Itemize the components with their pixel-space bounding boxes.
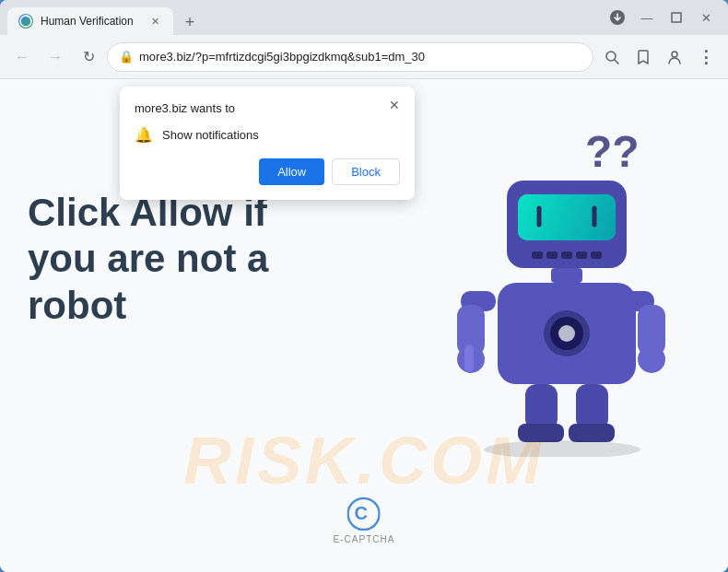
block-button[interactable]: Block xyxy=(332,158,400,185)
browser-frame: Human Verification ✕ + — ✕ xyxy=(0,0,728,572)
maximize-button[interactable] xyxy=(665,6,687,29)
popup-site-text: more3.biz wants to xyxy=(135,101,400,115)
minimize-button[interactable]: — xyxy=(636,6,658,29)
svg-text:??: ?? xyxy=(585,127,640,176)
svg-rect-15 xyxy=(561,251,572,259)
tab-close-button[interactable]: ✕ xyxy=(147,14,162,29)
svg-rect-13 xyxy=(532,251,543,259)
popup-close-button[interactable]: ✕ xyxy=(385,96,404,114)
account-button[interactable] xyxy=(660,42,689,72)
main-text-line2: you are not a xyxy=(28,237,268,280)
main-text: Click Allow if you are not a robot xyxy=(28,190,268,329)
url-text: more3.biz/?p=mfrtizdcgi5gi3bpgizdkmq&sub… xyxy=(139,50,581,64)
tab-title: Human Verification xyxy=(41,15,140,28)
ecaptcha-label: E-CAPTCHA xyxy=(334,534,395,544)
svg-point-22 xyxy=(558,325,575,342)
robot-illustration: ?? xyxy=(442,116,700,466)
title-bar: Human Verification ✕ + — ✕ xyxy=(0,0,728,35)
svg-rect-34 xyxy=(569,424,615,442)
svg-rect-9 xyxy=(518,194,616,240)
popup-notification-row: 🔔 Show notifications xyxy=(135,126,400,144)
svg-point-5 xyxy=(672,52,677,57)
close-button[interactable]: ✕ xyxy=(695,6,717,29)
svg-rect-33 xyxy=(518,424,564,442)
page-content: RISK.COM Click Allow if you are not a ro… xyxy=(0,79,728,572)
address-bar[interactable]: 🔒 more3.biz/?p=mfrtizdcgi5gi3bpgizdkmq&s… xyxy=(107,42,593,72)
ecaptcha-container: C E-CAPTCHA xyxy=(334,497,395,544)
svg-line-4 xyxy=(615,60,618,64)
bookmark-button[interactable] xyxy=(628,42,658,72)
new-tab-button[interactable]: + xyxy=(177,9,203,35)
svg-point-29 xyxy=(638,345,665,373)
svg-point-35 xyxy=(484,440,640,457)
address-bar-row: ← → ↻ 🔒 more3.biz/?p=mfrtizdcgi5gi3bpgiz… xyxy=(0,35,728,79)
svg-rect-14 xyxy=(546,251,558,259)
tab-strip: Human Verification ✕ + xyxy=(7,0,606,35)
bell-icon: 🔔 xyxy=(135,126,153,144)
address-bar-actions: ⋮ xyxy=(597,42,721,72)
search-button[interactable] xyxy=(597,42,627,72)
svg-rect-26 xyxy=(464,344,474,372)
reload-button[interactable]: ↻ xyxy=(74,42,103,72)
svg-rect-2 xyxy=(672,13,681,22)
svg-rect-30 xyxy=(525,384,558,430)
svg-rect-31 xyxy=(576,384,608,430)
svg-rect-17 xyxy=(591,251,602,259)
svg-rect-16 xyxy=(576,251,587,259)
tab-favicon xyxy=(18,14,33,29)
svg-text:C: C xyxy=(355,503,368,523)
main-text-line3: robot xyxy=(28,284,126,327)
popup-notification-text: Show notifications xyxy=(162,128,259,142)
lock-icon: 🔒 xyxy=(119,50,134,64)
active-tab[interactable]: Human Verification ✕ xyxy=(7,7,173,35)
ecaptcha-logo-icon: C xyxy=(347,497,381,531)
download-icon[interactable] xyxy=(606,6,628,29)
window-controls: — ✕ xyxy=(606,6,721,29)
menu-button[interactable]: ⋮ xyxy=(691,42,721,72)
allow-button[interactable]: Allow xyxy=(259,158,324,185)
forward-button[interactable]: → xyxy=(41,42,70,72)
svg-rect-18 xyxy=(551,268,582,283)
popup-buttons: Allow Block xyxy=(135,158,400,185)
notification-popup: ✕ more3.biz wants to 🔔 Show notification… xyxy=(120,87,415,200)
back-button[interactable]: ← xyxy=(7,42,37,72)
